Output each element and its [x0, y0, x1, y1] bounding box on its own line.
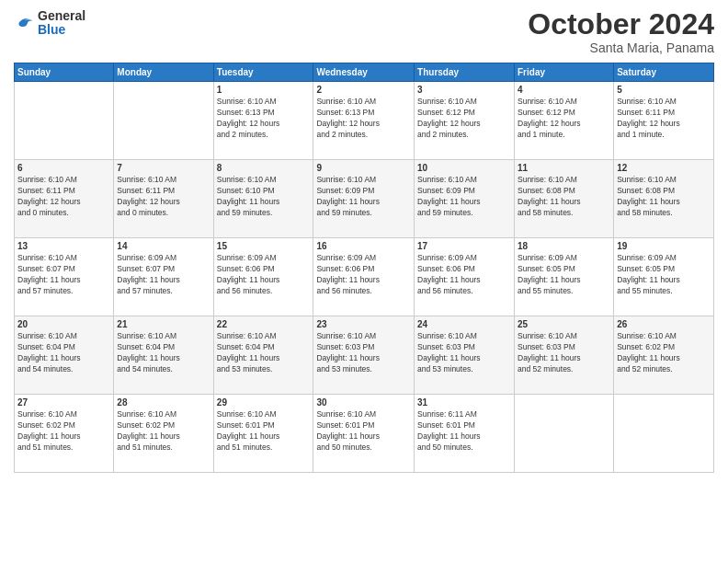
calendar-cell: 27Sunrise: 6:10 AM Sunset: 6:02 PM Dayli… — [15, 395, 114, 473]
header-wednesday: Wednesday — [313, 63, 415, 82]
day-number: 6 — [17, 163, 110, 173]
day-info: Sunrise: 6:10 AM Sunset: 6:01 PM Dayligh… — [316, 409, 411, 454]
logo: General Blue — [14, 9, 85, 38]
day-info: Sunrise: 6:10 AM Sunset: 6:03 PM Dayligh… — [518, 331, 610, 375]
day-info: Sunrise: 6:10 AM Sunset: 6:10 PM Dayligh… — [217, 175, 311, 219]
calendar-cell: 3Sunrise: 6:10 AM Sunset: 6:12 PM Daylig… — [415, 82, 515, 160]
calendar-cell: 23Sunrise: 6:10 AM Sunset: 6:03 PM Dayli… — [313, 316, 415, 395]
calendar-cell: 16Sunrise: 6:09 AM Sunset: 6:06 PM Dayli… — [313, 238, 415, 316]
calendar-table: Sunday Monday Tuesday Wednesday Thursday… — [14, 63, 714, 473]
logo-text: General Blue — [38, 9, 85, 38]
day-info: Sunrise: 6:10 AM Sunset: 6:12 PM Dayligh… — [518, 97, 610, 141]
day-number: 23 — [316, 319, 411, 329]
week-row-2: 13Sunrise: 6:10 AM Sunset: 6:07 PM Dayli… — [15, 238, 714, 316]
calendar-cell: 22Sunrise: 6:10 AM Sunset: 6:04 PM Dayli… — [213, 316, 313, 395]
calendar-cell: 9Sunrise: 6:10 AM Sunset: 6:09 PM Daylig… — [313, 160, 415, 238]
day-number: 27 — [17, 397, 110, 408]
day-info: Sunrise: 6:10 AM Sunset: 6:04 PM Dayligh… — [217, 331, 311, 375]
calendar-cell: 5Sunrise: 6:10 AM Sunset: 6:11 PM Daylig… — [614, 82, 714, 160]
calendar-cell — [515, 395, 614, 473]
calendar-cell: 15Sunrise: 6:09 AM Sunset: 6:06 PM Dayli… — [213, 238, 313, 316]
day-number: 31 — [417, 397, 511, 408]
day-info: Sunrise: 6:10 AM Sunset: 6:08 PM Dayligh… — [518, 175, 610, 219]
month-title: October 2024 — [528, 9, 714, 39]
logo-bird-icon — [14, 13, 34, 33]
day-info: Sunrise: 6:10 AM Sunset: 6:11 PM Dayligh… — [617, 97, 711, 141]
calendar-cell: 8Sunrise: 6:10 AM Sunset: 6:10 PM Daylig… — [213, 160, 313, 238]
day-number: 11 — [518, 163, 610, 173]
day-info: Sunrise: 6:11 AM Sunset: 6:01 PM Dayligh… — [417, 409, 511, 454]
day-info: Sunrise: 6:10 AM Sunset: 6:08 PM Dayligh… — [617, 175, 711, 219]
calendar-cell: 7Sunrise: 6:10 AM Sunset: 6:11 PM Daylig… — [114, 160, 213, 238]
calendar-cell: 4Sunrise: 6:10 AM Sunset: 6:12 PM Daylig… — [515, 82, 614, 160]
day-number: 20 — [17, 319, 110, 329]
day-number: 24 — [417, 319, 511, 329]
day-number: 2 — [316, 85, 411, 95]
day-number: 16 — [316, 241, 411, 251]
day-info: Sunrise: 6:10 AM Sunset: 6:04 PM Dayligh… — [17, 331, 110, 375]
logo-blue: Blue — [38, 23, 85, 37]
location-subtitle: Santa Maria, Panama — [528, 40, 714, 55]
calendar-header-row: Sunday Monday Tuesday Wednesday Thursday… — [15, 63, 714, 82]
calendar-cell — [15, 82, 114, 160]
day-number: 22 — [217, 319, 311, 329]
week-row-1: 6Sunrise: 6:10 AM Sunset: 6:11 PM Daylig… — [15, 160, 714, 238]
calendar-cell: 21Sunrise: 6:10 AM Sunset: 6:04 PM Dayli… — [114, 316, 213, 395]
calendar-cell: 13Sunrise: 6:10 AM Sunset: 6:07 PM Dayli… — [15, 238, 114, 316]
header-sunday: Sunday — [15, 63, 114, 82]
calendar-cell: 1Sunrise: 6:10 AM Sunset: 6:13 PM Daylig… — [213, 82, 313, 160]
day-info: Sunrise: 6:10 AM Sunset: 6:03 PM Dayligh… — [316, 331, 411, 375]
day-info: Sunrise: 6:10 AM Sunset: 6:02 PM Dayligh… — [117, 409, 210, 454]
header-thursday: Thursday — [415, 63, 515, 82]
day-number: 10 — [417, 163, 511, 173]
day-number: 4 — [518, 85, 610, 95]
day-number: 3 — [417, 85, 511, 95]
day-number: 28 — [117, 397, 210, 408]
day-number: 7 — [117, 163, 210, 173]
header: General Blue October 2024 Santa Maria, P… — [14, 9, 714, 55]
day-number: 25 — [518, 319, 610, 329]
week-row-0: 1Sunrise: 6:10 AM Sunset: 6:13 PM Daylig… — [15, 82, 714, 160]
calendar-page: General Blue October 2024 Santa Maria, P… — [0, 0, 728, 563]
calendar-cell — [614, 395, 714, 473]
calendar-cell — [114, 82, 213, 160]
calendar-cell: 30Sunrise: 6:10 AM Sunset: 6:01 PM Dayli… — [313, 395, 415, 473]
day-info: Sunrise: 6:09 AM Sunset: 6:06 PM Dayligh… — [417, 253, 511, 297]
calendar-cell: 19Sunrise: 6:09 AM Sunset: 6:05 PM Dayli… — [614, 238, 714, 316]
calendar-cell: 17Sunrise: 6:09 AM Sunset: 6:06 PM Dayli… — [415, 238, 515, 316]
day-number: 5 — [617, 85, 711, 95]
header-tuesday: Tuesday — [213, 63, 313, 82]
day-info: Sunrise: 6:10 AM Sunset: 6:02 PM Dayligh… — [617, 331, 711, 375]
day-number: 29 — [217, 397, 311, 408]
day-number: 13 — [17, 241, 110, 251]
day-info: Sunrise: 6:10 AM Sunset: 6:11 PM Dayligh… — [17, 175, 110, 219]
calendar-cell: 18Sunrise: 6:09 AM Sunset: 6:05 PM Dayli… — [515, 238, 614, 316]
day-info: Sunrise: 6:10 AM Sunset: 6:03 PM Dayligh… — [417, 331, 511, 375]
day-number: 17 — [417, 241, 511, 251]
calendar-cell: 11Sunrise: 6:10 AM Sunset: 6:08 PM Dayli… — [515, 160, 614, 238]
header-saturday: Saturday — [614, 63, 714, 82]
day-number: 8 — [217, 163, 311, 173]
day-number: 21 — [117, 319, 210, 329]
calendar-cell: 25Sunrise: 6:10 AM Sunset: 6:03 PM Dayli… — [515, 316, 614, 395]
day-info: Sunrise: 6:10 AM Sunset: 6:11 PM Dayligh… — [117, 175, 210, 219]
calendar-cell: 12Sunrise: 6:10 AM Sunset: 6:08 PM Dayli… — [614, 160, 714, 238]
day-info: Sunrise: 6:10 AM Sunset: 6:04 PM Dayligh… — [117, 331, 210, 375]
day-info: Sunrise: 6:10 AM Sunset: 6:13 PM Dayligh… — [316, 97, 411, 141]
calendar-cell: 29Sunrise: 6:10 AM Sunset: 6:01 PM Dayli… — [213, 395, 313, 473]
day-info: Sunrise: 6:09 AM Sunset: 6:06 PM Dayligh… — [217, 253, 311, 297]
calendar-cell: 10Sunrise: 6:10 AM Sunset: 6:09 PM Dayli… — [415, 160, 515, 238]
week-row-4: 27Sunrise: 6:10 AM Sunset: 6:02 PM Dayli… — [15, 395, 714, 473]
day-info: Sunrise: 6:09 AM Sunset: 6:07 PM Dayligh… — [117, 253, 210, 297]
logo-general: General — [38, 9, 85, 23]
calendar-cell: 24Sunrise: 6:10 AM Sunset: 6:03 PM Dayli… — [415, 316, 515, 395]
day-number: 12 — [617, 163, 711, 173]
day-number: 26 — [617, 319, 711, 329]
day-info: Sunrise: 6:10 AM Sunset: 6:01 PM Dayligh… — [217, 409, 311, 454]
day-number: 18 — [518, 241, 610, 251]
day-info: Sunrise: 6:09 AM Sunset: 6:05 PM Dayligh… — [617, 253, 711, 297]
calendar-cell: 28Sunrise: 6:10 AM Sunset: 6:02 PM Dayli… — [114, 395, 213, 473]
day-number: 9 — [316, 163, 411, 173]
day-info: Sunrise: 6:10 AM Sunset: 6:09 PM Dayligh… — [316, 175, 411, 219]
calendar-cell: 2Sunrise: 6:10 AM Sunset: 6:13 PM Daylig… — [313, 82, 415, 160]
